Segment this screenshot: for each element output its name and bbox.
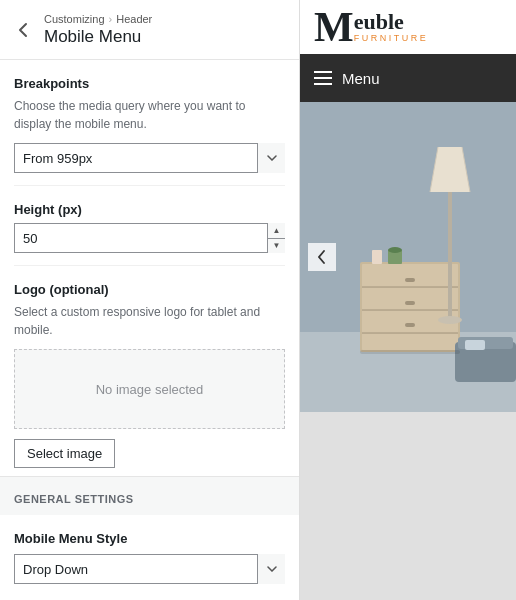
hamburger-line-1 [314, 71, 332, 73]
logo-subtitle: FURNITURE [354, 33, 429, 44]
breadcrumb: Customizing › Header [44, 13, 152, 25]
height-decrement-button[interactable]: ▼ [268, 239, 285, 254]
hamburger-line-2 [314, 77, 332, 79]
panel-header: Customizing › Header Mobile Menu [0, 0, 299, 60]
preview-logo: M euble FURNITURE [314, 6, 428, 48]
breakpoints-description: Choose the media query where you want to… [14, 97, 285, 133]
svg-rect-18 [372, 250, 382, 264]
height-label: Height (px) [14, 202, 285, 217]
logo-description: Select a custom responsive logo for tabl… [14, 303, 285, 339]
svg-point-17 [388, 247, 402, 253]
logo-letter-m: M [314, 6, 354, 48]
mobile-menu-style-select[interactable]: Drop Down Slide In Left Slide In Right [14, 554, 285, 584]
no-image-text: No image selected [96, 382, 204, 397]
svg-rect-4 [362, 264, 458, 350]
preview-image-area [300, 102, 516, 412]
panel-content: Breakpoints Choose the media query where… [0, 60, 299, 476]
breakpoints-select-wrapper: From 959px From 767px From 480px [14, 143, 285, 173]
breadcrumb-area: Customizing › Header Mobile Menu [44, 13, 152, 47]
svg-rect-9 [405, 301, 415, 305]
preview-panel: M euble FURNITURE Menu [300, 0, 516, 600]
logo-label: Logo (optional) [14, 282, 285, 297]
panel-title: Mobile Menu [44, 27, 152, 47]
height-input[interactable] [14, 223, 285, 253]
prev-arrow[interactable] [308, 243, 336, 271]
select-image-button[interactable]: Select image [14, 439, 115, 468]
height-section: Height (px) ▲ ▼ [14, 186, 285, 266]
svg-rect-8 [405, 278, 415, 282]
breadcrumb-header[interactable]: Header [116, 13, 152, 25]
mobile-menu-style-select-wrapper: Drop Down Slide In Left Slide In Right [14, 554, 285, 584]
mobile-menu-style-section: Mobile Menu Style Drop Down Slide In Lef… [0, 515, 299, 600]
height-spin-buttons: ▲ ▼ [267, 223, 285, 253]
general-settings-header: GENERAL SETTINGS [0, 476, 299, 515]
hamburger-line-3 [314, 83, 332, 85]
breadcrumb-customizing[interactable]: Customizing [44, 13, 105, 25]
hamburger-icon[interactable] [314, 71, 332, 85]
logo-text-rest: euble [354, 11, 429, 33]
breakpoints-label: Breakpoints [14, 76, 285, 91]
customizer-panel: Customizing › Header Mobile Menu Breakpo… [0, 0, 300, 600]
logo-section: Logo (optional) Select a custom responsi… [14, 266, 285, 476]
svg-rect-10 [405, 323, 415, 327]
back-button[interactable] [10, 17, 36, 43]
image-placeholder: No image selected [14, 349, 285, 429]
height-input-wrapper: ▲ ▼ [14, 223, 285, 253]
svg-rect-21 [465, 340, 485, 350]
svg-rect-22 [360, 350, 460, 354]
preview-menu-header: Menu [300, 54, 516, 102]
svg-rect-11 [448, 192, 452, 322]
preview-menu-label: Menu [342, 70, 380, 87]
preview-logo-area: M euble FURNITURE [300, 0, 516, 54]
mobile-menu-style-label: Mobile Menu Style [14, 531, 285, 546]
breadcrumb-separator: › [109, 13, 113, 25]
breakpoints-section: Breakpoints Choose the media query where… [14, 60, 285, 186]
svg-point-12 [438, 316, 462, 324]
breakpoints-select[interactable]: From 959px From 767px From 480px [14, 143, 285, 173]
height-increment-button[interactable]: ▲ [268, 223, 285, 239]
